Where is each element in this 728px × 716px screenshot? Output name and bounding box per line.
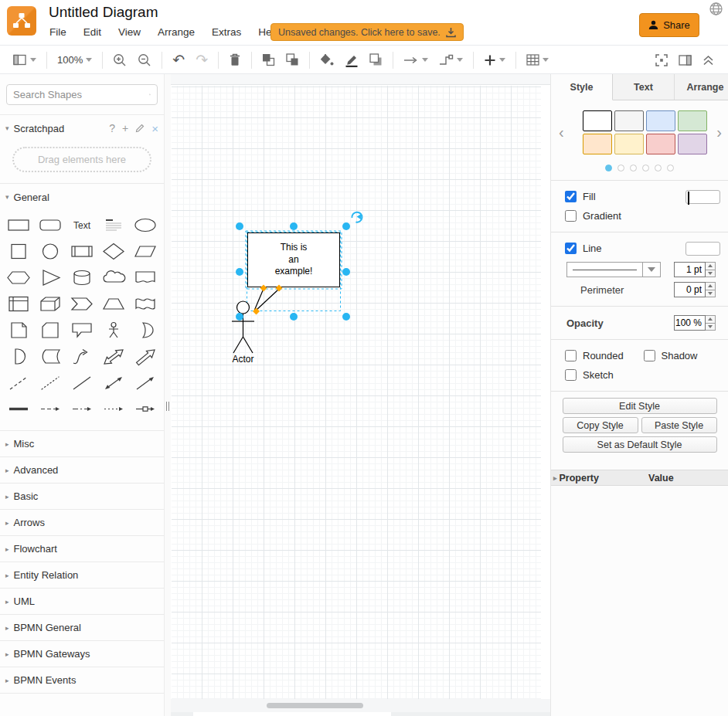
shadow-button[interactable] xyxy=(369,53,383,66)
shape-diamond[interactable] xyxy=(97,239,129,265)
shape-callout[interactable] xyxy=(66,317,98,344)
shape-arrow-dashdot[interactable] xyxy=(66,396,98,422)
menu-arrange[interactable]: Arrange xyxy=(158,26,195,38)
selected-rectangle-shape[interactable] xyxy=(248,233,340,287)
sketch-checkbox[interactable] xyxy=(565,369,577,381)
line-color-swatch-button[interactable] xyxy=(685,242,720,256)
page-dot[interactable] xyxy=(605,165,612,171)
line-style-dropdown[interactable] xyxy=(566,262,643,277)
canvas[interactable]: This is an example! Actor xyxy=(171,74,550,716)
zoom-out-button[interactable] xyxy=(138,53,151,67)
shape-note[interactable] xyxy=(3,317,35,344)
collapse-toolbar-button[interactable] xyxy=(702,55,714,66)
zoom-in-button[interactable] xyxy=(113,53,127,67)
shape-step[interactable] xyxy=(66,291,98,317)
shape-ellipse[interactable] xyxy=(129,212,161,239)
redo-button[interactable]: ↷ xyxy=(196,54,208,66)
gradient-checkbox[interactable] xyxy=(565,210,577,222)
shape-bidirectional-connector[interactable] xyxy=(97,370,129,396)
tab-text[interactable]: Text xyxy=(613,74,675,100)
style-preset-swatch[interactable] xyxy=(583,110,612,131)
set-default-style-button[interactable]: Set as Default Style xyxy=(563,436,717,453)
sidebar-splitter[interactable] xyxy=(164,74,171,716)
menu-edit[interactable]: Edit xyxy=(83,26,101,38)
scratchpad-dropzone[interactable]: Drag elements here xyxy=(12,147,151,172)
shape-process[interactable] xyxy=(66,239,98,265)
edit-style-button[interactable]: Edit Style xyxy=(563,398,717,414)
shape-and[interactable] xyxy=(3,344,35,370)
preset-prev-icon[interactable]: ‹ xyxy=(559,124,564,140)
shape-or[interactable] xyxy=(129,317,161,344)
tab-style[interactable]: Style xyxy=(551,74,613,100)
fill-checkbox[interactable] xyxy=(565,191,577,202)
sidebar-section-arrows[interactable]: ▸Arrows xyxy=(0,509,164,535)
style-preset-swatch[interactable] xyxy=(614,134,644,154)
menu-extras[interactable]: Extras xyxy=(212,26,241,38)
undo-button[interactable]: ↶ xyxy=(172,54,185,66)
shape-cloud[interactable] xyxy=(97,265,129,291)
style-preset-swatch[interactable] xyxy=(646,110,675,131)
shape-link[interactable] xyxy=(3,396,35,422)
shape-actor[interactable] xyxy=(97,317,129,344)
edge-connector[interactable] xyxy=(257,290,279,310)
shape-curve[interactable] xyxy=(66,344,98,370)
opacity-input[interactable] xyxy=(674,315,706,331)
menu-view[interactable]: View xyxy=(118,26,141,38)
shape-tape[interactable] xyxy=(129,291,161,317)
waypoint-style-button[interactable] xyxy=(439,54,463,66)
shape-bidirectional-arrow[interactable] xyxy=(97,344,129,370)
page-dot[interactable] xyxy=(617,165,624,171)
unsaved-changes-banner[interactable]: Unsaved changes. Click here to save. xyxy=(270,23,464,41)
style-preset-swatch[interactable] xyxy=(614,110,644,131)
shape-line[interactable] xyxy=(66,370,98,396)
delete-button[interactable] xyxy=(229,53,241,66)
horizontal-scrollbar-track[interactable] xyxy=(171,699,550,712)
page-dot[interactable] xyxy=(630,165,637,171)
edge-connector[interactable] xyxy=(255,290,264,310)
shape-rectangle[interactable] xyxy=(3,212,35,239)
line-width-input[interactable] xyxy=(674,262,706,277)
page-dot[interactable] xyxy=(655,165,662,171)
sidebar-section-misc[interactable]: ▸Misc xyxy=(0,430,164,456)
shape-data-storage[interactable] xyxy=(35,344,66,370)
shape-card[interactable] xyxy=(35,317,66,344)
shape-arrow-dotted[interactable] xyxy=(97,396,129,422)
opacity-spinner[interactable] xyxy=(706,315,716,331)
line-color-button[interactable] xyxy=(345,53,359,67)
page-dot[interactable] xyxy=(642,165,649,171)
document-title[interactable]: Untitled Diagram xyxy=(49,4,158,21)
to-front-button[interactable] xyxy=(262,53,275,66)
edit-pencil-icon[interactable] xyxy=(135,124,145,133)
actor-shape[interactable] xyxy=(232,301,254,353)
scratchpad-close-button[interactable]: × xyxy=(151,122,158,135)
zoom-level-dropdown[interactable]: 100% xyxy=(57,54,92,66)
shape-arrow-label[interactable] xyxy=(129,396,161,422)
copy-style-button[interactable]: Copy Style xyxy=(563,417,638,433)
general-section-header[interactable]: ▾ General xyxy=(0,184,164,210)
rotate-handle-icon[interactable] xyxy=(352,212,362,222)
search-shapes-input[interactable] xyxy=(13,89,149,100)
shape-square[interactable] xyxy=(3,239,35,265)
tab-arrange[interactable]: Arrange xyxy=(675,74,728,100)
shape-directional-connector[interactable] xyxy=(129,370,161,396)
search-icon[interactable] xyxy=(149,89,151,100)
shape-arrow-dashed[interactable] xyxy=(35,396,66,422)
fill-color-swatch-button[interactable] xyxy=(685,190,720,204)
to-back-button[interactable] xyxy=(286,53,299,66)
insert-button[interactable] xyxy=(484,54,505,66)
shape-hexagon[interactable] xyxy=(3,265,35,291)
sidebar-section-bpmn-events[interactable]: ▸BPMN Events xyxy=(0,667,164,693)
shape-cylinder[interactable] xyxy=(66,265,98,291)
shape-internal-storage[interactable] xyxy=(3,291,35,317)
line-checkbox[interactable] xyxy=(565,243,577,254)
shape-arrow[interactable] xyxy=(129,344,161,370)
share-button[interactable]: Share xyxy=(639,13,699,37)
sidebar-section-advanced[interactable]: ▸Advanced xyxy=(0,456,164,483)
shape-document[interactable] xyxy=(129,265,161,291)
menu-file[interactable]: File xyxy=(49,26,66,38)
language-globe-icon[interactable] xyxy=(709,2,723,16)
format-panel-toggle-button[interactable] xyxy=(679,55,692,66)
shape-dotted-line[interactable] xyxy=(35,370,66,396)
fullscreen-button[interactable] xyxy=(655,54,668,66)
shape-dashed-line[interactable] xyxy=(3,370,35,396)
